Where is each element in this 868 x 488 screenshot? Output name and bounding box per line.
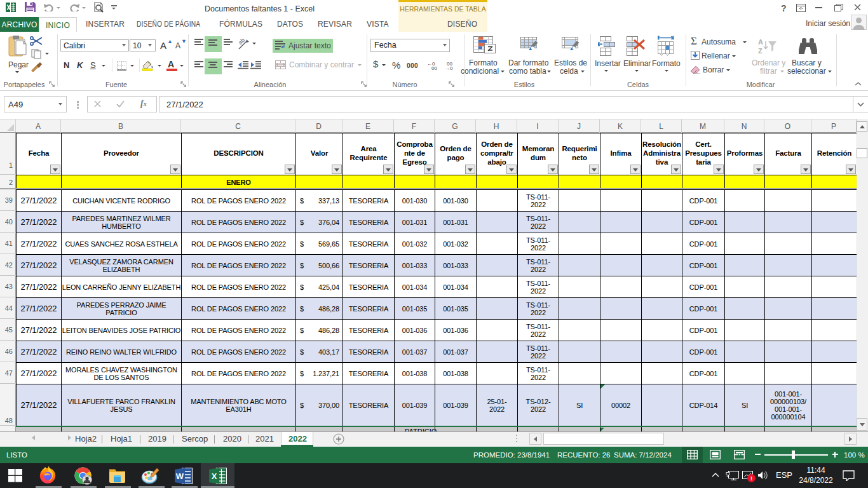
svg-text:A: A [758, 38, 763, 46]
svg-text:ab: ab [238, 38, 246, 46]
svg-text:X: X [212, 471, 217, 481]
svg-text:00: 00 [431, 65, 437, 70]
svg-text:W: W [176, 471, 184, 481]
svg-text:→0: →0 [445, 65, 453, 70]
svg-text:Z: Z [758, 47, 763, 55]
